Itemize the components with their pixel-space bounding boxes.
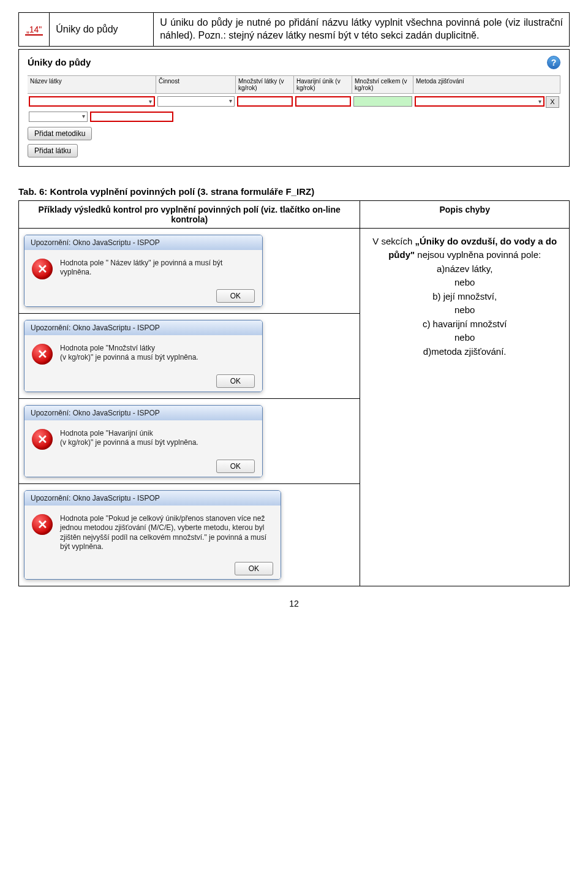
dialog-title: Upozornění: Okno JavaScriptu - ISPOP <box>24 406 262 420</box>
js-alert-dialog: Upozornění: Okno JavaScriptu - ISPOP ✕ H… <box>24 405 263 477</box>
dialog-message: Hodnota pole "Pokud je celkový únik/přen… <box>60 514 273 552</box>
grid-row: X <box>28 95 560 109</box>
desc-text: nejsou vyplněna povinná pole: <box>415 249 541 260</box>
nazev-latky-input[interactable] <box>29 96 155 107</box>
col-header: Název látky <box>28 76 156 93</box>
desc-item: nebo <box>454 305 475 315</box>
desc-item: nebo <box>454 332 475 343</box>
examples-header-right: Popis chyby <box>360 200 570 228</box>
cinnost-input[interactable] <box>157 96 235 107</box>
havarijni-unik-input[interactable] <box>295 96 351 107</box>
desc-item: a)název látky, <box>437 263 492 274</box>
desc-item: b) její množství, <box>432 291 497 301</box>
js-alert-dialog: Upozornění: Okno JavaScriptu - ISPOP ✕ H… <box>24 320 263 392</box>
example-cell: Upozornění: Okno JavaScriptu - ISPOP ✕ H… <box>19 483 360 586</box>
row-title: Úniky do půdy <box>50 13 154 47</box>
col-header: Činnost <box>156 76 236 93</box>
js-alert-dialog: Upozornění: Okno JavaScriptu - ISPOP ✕ H… <box>24 490 281 580</box>
dialog-message: Hodnota pole " Název látky" je povinná a… <box>60 259 255 278</box>
error-icon: ✕ <box>32 429 53 450</box>
table-caption: Tab. 6: Kontrola vyplnění povinných polí… <box>18 186 570 197</box>
panel-title: Úniky do půdy <box>28 57 91 67</box>
example-cell: Upozornění: Okno JavaScriptu - ISPOP ✕ H… <box>19 228 360 313</box>
ok-button[interactable]: OK <box>235 562 273 575</box>
sub-input-2[interactable] <box>90 112 173 122</box>
desc-item: c) havarijní množství <box>423 319 507 329</box>
mnozstvi-celkem-input <box>353 96 412 107</box>
row-description: U úniku do půdy je nutné po přidání názv… <box>154 13 570 47</box>
error-icon: ✕ <box>32 514 53 535</box>
help-icon[interactable]: ? <box>547 56 560 69</box>
pridat-latku-button[interactable]: Přidat látku <box>28 144 78 157</box>
ok-button[interactable]: OK <box>216 460 255 473</box>
col-header: Množství látky (v kg/rok) <box>236 76 294 93</box>
dialog-message: Hodnota pole "Množství látky (v kg/rok)"… <box>60 344 198 363</box>
desc-item: d)metoda zjišťování. <box>423 346 507 357</box>
col-header: Metoda zjišťování <box>413 76 560 93</box>
error-description: V sekcích „Úniky do ovzduší, do vody a d… <box>360 228 570 586</box>
error-icon: ✕ <box>32 259 53 279</box>
dialog-title: Upozornění: Okno JavaScriptu - ISPOP <box>24 235 262 250</box>
instruction-table: „14" Úniky do půdy U úniku do půdy je nu… <box>18 12 570 47</box>
delete-row-button[interactable]: X <box>546 96 559 108</box>
dialog-title: Upozornění: Okno JavaScriptu - ISPOP <box>24 320 262 335</box>
desc-item: nebo <box>454 277 475 287</box>
ok-button[interactable]: OK <box>216 374 255 388</box>
col-header: Havarijní únik (v kg/rok) <box>294 76 352 93</box>
example-cell: Upozornění: Okno JavaScriptu - ISPOP ✕ H… <box>19 313 360 398</box>
examples-table: Příklady výsledků kontrol pro vyplnění p… <box>18 200 570 586</box>
ok-button[interactable]: OK <box>216 289 255 303</box>
dialog-message: Hodnota pole "Havarijní únik (v kg/rok)"… <box>60 429 198 448</box>
js-alert-dialog: Upozornění: Okno JavaScriptu - ISPOP ✕ H… <box>24 235 263 307</box>
page-number: 12 <box>18 599 570 608</box>
col-header: Množství celkem (v kg/rok) <box>352 76 413 93</box>
example-cell: Upozornění: Okno JavaScriptu - ISPOP ✕ H… <box>19 398 360 483</box>
dialog-title: Upozornění: Okno JavaScriptu - ISPOP <box>24 491 281 506</box>
examples-header-left: Příklady výsledků kontrol pro vyplnění p… <box>19 200 360 228</box>
sub-input-1[interactable] <box>29 112 88 122</box>
grid-row <box>28 110 560 123</box>
row-number: „14" <box>25 25 43 36</box>
error-icon: ✕ <box>32 344 53 365</box>
pridat-metodiku-button[interactable]: Přidat metodiku <box>28 127 92 140</box>
app-screenshot-panel: Úniky do půdy ? Název látky Činnost Množ… <box>18 49 570 167</box>
metoda-zjistovani-input[interactable] <box>415 96 545 107</box>
desc-text: V sekcích <box>372 236 415 246</box>
row-number-cell: „14" <box>19 13 50 47</box>
grid-header: Název látky Činnost Množství látky (v kg… <box>28 75 560 94</box>
mnozstvi-latky-input[interactable] <box>237 96 293 107</box>
